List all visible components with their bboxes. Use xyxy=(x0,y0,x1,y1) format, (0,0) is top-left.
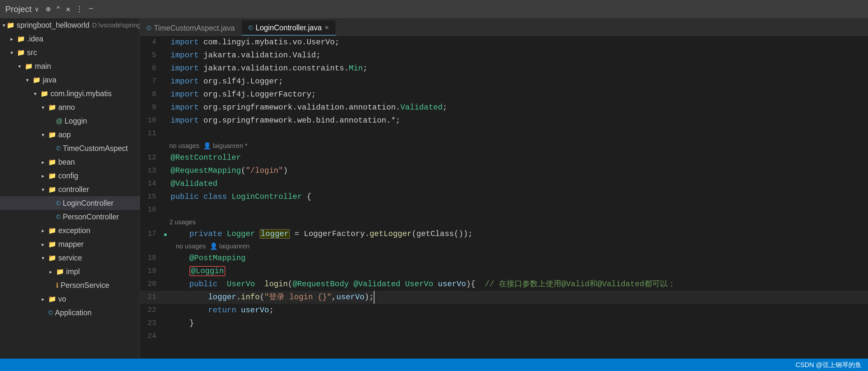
line-num-18: 18 xyxy=(140,252,163,265)
line-num-9: 9 xyxy=(140,101,163,114)
line-num-7: 7 xyxy=(140,75,163,88)
timecustom-file-icon: © xyxy=(56,145,61,152)
sidebar-item-exception[interactable]: ▸ 📁 exception xyxy=(0,224,140,237)
aop-folder-icon: 📁 xyxy=(48,131,56,139)
sidebar-item-aop[interactable]: ▾ 📁 aop xyxy=(0,128,140,142)
login-ctrl-file-icon: © xyxy=(56,200,61,207)
sidebar-item-timecustom[interactable]: ▸ © TimeCustomAspect xyxy=(0,142,140,155)
lens-line-1: no usages 👤 laiguanren * xyxy=(140,140,868,151)
line-num-14: 14 xyxy=(140,177,163,190)
sidebar-item-config[interactable]: ▸ 📁 config xyxy=(0,169,140,182)
sidebar-item-application[interactable]: ▸ © Application xyxy=(0,306,140,319)
line-num-17: 17 xyxy=(140,228,163,240)
idea-chevron: ▸ xyxy=(10,36,16,42)
line-num-21: 21 xyxy=(140,291,163,304)
config-folder-icon: 📁 xyxy=(48,172,56,180)
mapper-label: mapper xyxy=(58,240,84,249)
line-num-20: 20 xyxy=(140,278,163,291)
src-chevron: ▾ xyxy=(10,50,16,56)
line-content-23: } xyxy=(168,317,194,330)
line-content-11 xyxy=(168,127,175,140)
line-num-22: 22 xyxy=(140,304,163,317)
line-content-4: import com.lingyi.mybatis.vo.UserVo; xyxy=(168,36,340,49)
line-num-16: 16 xyxy=(140,203,163,217)
sidebar-item-service[interactable]: ▾ 📁 service xyxy=(0,251,140,265)
lens-user-3: laiguanren xyxy=(219,242,249,250)
sidebar-item-idea[interactable]: ▸ 📁 .idea xyxy=(0,32,140,46)
loggin-ann-box: @Loggin xyxy=(189,266,226,276)
status-credit: CSDN @弦上钢琴的鱼 xyxy=(796,361,862,369)
root-name: springboot_helloworld xyxy=(17,21,90,30)
login-ctrl-label: LoginController xyxy=(63,199,114,208)
code-line-24: 24 xyxy=(140,330,868,343)
line-content-18: @PostMapping xyxy=(168,252,246,265)
code-line-15: 15 public class LoginController { xyxy=(140,190,868,203)
close-icon[interactable]: ✕ xyxy=(66,5,70,14)
code-line-11: 11 xyxy=(140,127,868,140)
main-label: main xyxy=(35,62,51,71)
line-num-5: 5 xyxy=(140,49,163,62)
code-line-19: 19 @Loggin xyxy=(140,265,868,278)
line-content-20: public UserVo login(@RequestBody @Valida… xyxy=(168,278,676,291)
anno-label: anno xyxy=(58,103,75,112)
impl-chevron: ▸ xyxy=(50,268,55,275)
sidebar-item-vo[interactable]: ▸ 📁 vo xyxy=(0,292,140,306)
chevron-icon: ∨ xyxy=(35,5,39,13)
mapper-chevron: ▸ xyxy=(42,241,47,248)
sidebar-item-controller[interactable]: ▾ 📁 controller xyxy=(0,182,140,196)
lens-user-icon-1: 👤 xyxy=(203,142,211,150)
lens-line-2: 2 usages xyxy=(140,217,868,228)
line-content-13: @RequestMapping("/login") xyxy=(168,164,288,177)
sidebar-item-loggin[interactable]: ▸ @ Loggin xyxy=(0,114,140,128)
sidebar-item-mapper[interactable]: ▸ 📁 mapper xyxy=(0,237,140,251)
lens-text-3: no usages xyxy=(176,242,206,250)
code-line-10: 10 import org.springframework.web.bind.a… xyxy=(140,114,868,127)
config-chevron: ▸ xyxy=(42,173,47,179)
sidebar-item-java[interactable]: ▾ 📁 java xyxy=(0,73,140,87)
line-num-8: 8 xyxy=(140,88,163,101)
line-content-10: import org.springframework.web.bind.anno… xyxy=(168,114,400,127)
sidebar-root[interactable]: ▾ 📁 springboot_helloworld D:\vscode\spri… xyxy=(0,18,140,32)
minimize-icon[interactable]: − xyxy=(89,5,93,14)
root-folder-icon: 📁 xyxy=(6,21,14,29)
tab-close-button[interactable]: ✕ xyxy=(324,24,329,31)
tab-logincontroller[interactable]: © LoginController.java ✕ xyxy=(242,21,336,35)
line-content-24 xyxy=(168,330,175,343)
code-editor[interactable]: 4 import com.lingyi.mybatis.vo.UserVo; 5… xyxy=(140,36,868,359)
sidebar-item-personcontroller[interactable]: ▸ © PersonController xyxy=(0,210,140,224)
controller-folder-icon: 📁 xyxy=(48,186,56,193)
line-num-23: 23 xyxy=(140,317,163,330)
sync-icon[interactable]: ⌃ xyxy=(56,5,60,14)
sidebar-item-main[interactable]: ▾ 📁 main xyxy=(0,59,140,73)
idea-label: .idea xyxy=(27,34,43,44)
line-num-15: 15 xyxy=(140,190,163,203)
controller-label: controller xyxy=(58,185,89,194)
sidebar-item-com-lingyi[interactable]: ▾ 📁 com.lingyi.mybatis xyxy=(0,87,140,101)
project-title[interactable]: Project xyxy=(5,4,32,15)
line-num-10: 10 xyxy=(140,114,163,127)
tab-timecustom[interactable]: © TimeCustomAspect.java xyxy=(140,21,242,35)
sidebar-item-bean[interactable]: ▸ 📁 bean xyxy=(0,155,140,169)
service-folder-icon: 📁 xyxy=(48,254,56,262)
service-chevron: ▾ xyxy=(42,255,47,261)
bean-chevron: ▸ xyxy=(42,159,47,165)
code-line-18: 18 @PostMapping xyxy=(140,252,868,265)
more-icon[interactable]: ⋮ xyxy=(75,5,83,14)
line-content-14: @Validated xyxy=(168,177,217,190)
anno-chevron: ▾ xyxy=(42,104,47,111)
sidebar-item-logincontroller[interactable]: ▸ © LoginController xyxy=(0,196,140,210)
line-content-19: @Loggin xyxy=(168,265,225,278)
line-num-12: 12 xyxy=(140,151,163,164)
sidebar-item-personservice[interactable]: ▸ ℹ PersonService xyxy=(0,278,140,292)
person-ctrl-label: PersonController xyxy=(63,212,119,221)
sidebar-item-impl[interactable]: ▸ 📁 impl xyxy=(0,265,140,278)
code-line-12: 12 @RestController xyxy=(140,151,868,164)
code-line-6: 6 import jakarta.validation.constraints.… xyxy=(140,62,868,75)
main-chevron: ▾ xyxy=(18,63,24,69)
sidebar-item-anno[interactable]: ▾ 📁 anno xyxy=(0,101,140,114)
sidebar-item-src[interactable]: ▾ 📁 src xyxy=(0,46,140,59)
plus-icon[interactable]: ⊕ xyxy=(46,5,51,14)
code-line-8: 8 import org.slf4j.LoggerFactory; xyxy=(140,88,868,101)
title-bar-left: Project ∨ ⊕ ⌃ ✕ ⋮ − xyxy=(5,4,93,15)
tab-login-label: LoginController.java xyxy=(255,24,322,32)
